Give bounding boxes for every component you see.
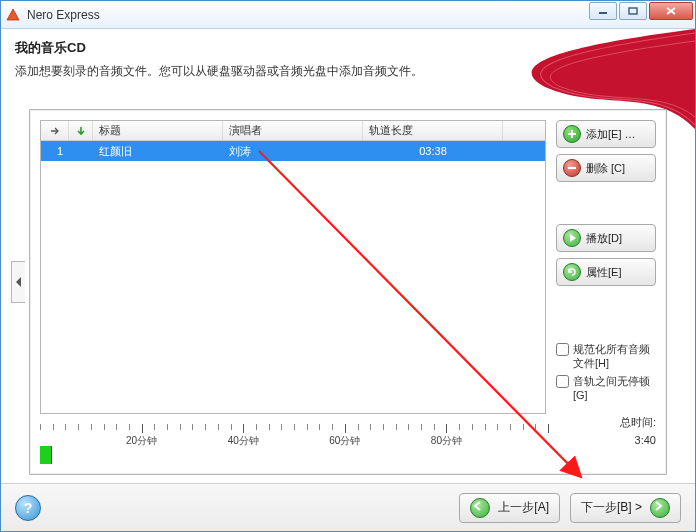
nogap-input[interactable] (556, 375, 569, 388)
total-time-value: 3:40 (635, 434, 656, 446)
timeline-label: 20分钟 (126, 434, 157, 448)
cell-title: 红颜旧 (93, 141, 223, 161)
help-button[interactable]: ? (15, 495, 41, 521)
titlebar: Nero Express (1, 1, 695, 29)
svg-marker-8 (570, 234, 576, 242)
prev-step-button[interactable]: 上一步[A] (459, 493, 560, 523)
close-button[interactable] (649, 2, 693, 20)
expand-icon (50, 126, 60, 136)
table-row[interactable]: 1 红颜旧 刘涛 03:38 (41, 141, 545, 161)
play-button[interactable]: 播放[D] (556, 224, 656, 252)
play-label: 播放[D] (586, 231, 622, 246)
page-subtitle: 添加想要刻录的音频文件。您可以从硬盘驱动器或音频光盘中添加音频文件。 (15, 63, 681, 80)
remove-label: 删除 [C] (586, 161, 625, 176)
prev-step-label: 上一步[A] (498, 499, 549, 516)
action-sidebar: 添加[E] … 删除 [C] 播放[D] 属性[E] (556, 120, 656, 286)
timeline-usage (40, 446, 52, 464)
col-artist[interactable]: 演唱者 (223, 121, 363, 140)
timeline-label: 60分钟 (329, 434, 360, 448)
total-time-label: 总时间: (620, 415, 656, 430)
play-icon (563, 229, 581, 247)
properties-label: 属性[E] (586, 265, 621, 280)
normalize-checkbox[interactable]: 规范化所有音频文件[H] (556, 342, 656, 370)
arrow-right-icon (650, 498, 670, 518)
plus-icon (563, 125, 581, 143)
options: 规范化所有音频文件[H] 音轨之间无停顿[G] (556, 342, 656, 406)
window-title: Nero Express (27, 8, 100, 22)
timeline: 20分钟40分钟60分钟80分钟 (40, 424, 546, 464)
svg-rect-1 (629, 8, 637, 14)
minus-icon (563, 159, 581, 177)
timeline-label: 80分钟 (431, 434, 462, 448)
timeline-ruler: 20分钟40分钟60分钟80分钟 (40, 424, 546, 446)
properties-button[interactable]: 属性[E] (556, 258, 656, 286)
cell-status (69, 141, 93, 161)
col-expand[interactable] (41, 121, 69, 140)
page-title: 我的音乐CD (15, 39, 681, 57)
normalize-label: 规范化所有音频文件[H] (573, 342, 656, 370)
normalize-input[interactable] (556, 343, 569, 356)
col-status[interactable] (69, 121, 93, 140)
down-arrow-icon (75, 125, 87, 137)
nogap-checkbox[interactable]: 音轨之间无停顿[G] (556, 374, 656, 402)
cell-length: 03:38 (363, 141, 503, 161)
timeline-label: 40分钟 (228, 434, 259, 448)
main-panel: 标题 演唱者 轨道长度 1 红颜旧 刘涛 03:38 添加[E] … (29, 109, 667, 475)
cell-artist: 刘涛 (223, 141, 363, 161)
col-length[interactable]: 轨道长度 (363, 121, 503, 140)
refresh-icon (563, 263, 581, 281)
track-list[interactable]: 标题 演唱者 轨道长度 1 红颜旧 刘涛 03:38 (40, 120, 546, 414)
add-label: 添加[E] … (586, 127, 636, 142)
maximize-button[interactable] (619, 2, 647, 20)
arrow-left-icon (470, 498, 490, 518)
footer: ? 上一步[A] 下一步[B] > (1, 483, 695, 531)
remove-button[interactable]: 删除 [C] (556, 154, 656, 182)
collapse-sidebar-tab[interactable] (11, 261, 25, 303)
next-step-button[interactable]: 下一步[B] > (570, 493, 681, 523)
add-button[interactable]: 添加[E] … (556, 120, 656, 148)
app-icon (5, 7, 21, 23)
col-title[interactable]: 标题 (93, 121, 223, 140)
header: 我的音乐CD 添加想要刻录的音频文件。您可以从硬盘驱动器或音频光盘中添加音频文件… (1, 29, 695, 107)
table-header: 标题 演唱者 轨道长度 (41, 121, 545, 141)
nogap-label: 音轨之间无停顿[G] (573, 374, 656, 402)
minimize-button[interactable] (589, 2, 617, 20)
cell-num: 1 (41, 141, 69, 161)
next-step-label: 下一步[B] > (581, 499, 642, 516)
